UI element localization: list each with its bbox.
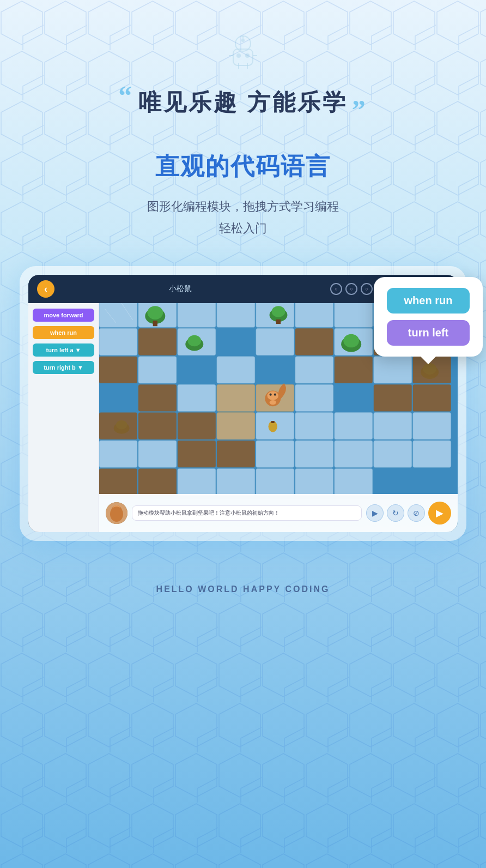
svg-rect-71 (295, 329, 333, 355)
dialog-bubble: 拖动模块帮助小松鼠拿到坚果吧！注意小松鼠的初始方向！ (132, 505, 362, 521)
svg-rect-78 (413, 384, 451, 411)
svg-rect-92 (271, 421, 275, 423)
svg-rect-84 (99, 469, 137, 496)
code-block-turn-right[interactable]: turn right b ▼ (33, 361, 94, 374)
svg-point-55 (147, 306, 163, 320)
svg-rect-52 (295, 469, 333, 496)
section-subtitle: 图形化编程模块，拖拽方式学习编程 轻松入门 (147, 196, 339, 239)
svg-rect-16 (178, 303, 216, 327)
svg-rect-35 (295, 384, 333, 411)
svg-rect-76 (138, 384, 177, 411)
action-btn-eye[interactable]: ⊘ (408, 504, 425, 522)
subtitle-line1: 图形化编程模块，拖拽方式学习编程 (147, 200, 339, 213)
robot-icon-area (221, 33, 265, 76)
svg-rect-32 (178, 384, 216, 411)
svg-rect-44 (256, 441, 294, 467)
svg-rect-48 (413, 441, 451, 467)
turn-left-block[interactable]: turn left (387, 320, 470, 346)
svg-rect-42 (99, 441, 137, 467)
svg-rect-74 (335, 357, 373, 383)
svg-rect-46 (335, 441, 373, 467)
code-panel: move forward when run turn left a ▼ turn… (28, 303, 99, 532)
svg-rect-47 (374, 441, 412, 467)
svg-rect-39 (335, 413, 373, 439)
svg-rect-83 (217, 441, 255, 467)
svg-point-63 (187, 335, 201, 347)
svg-rect-80 (138, 413, 177, 439)
svg-rect-17 (217, 303, 255, 327)
svg-rect-30 (295, 357, 333, 383)
svg-point-65 (343, 334, 359, 348)
svg-point-58 (272, 306, 285, 317)
action-btn-play[interactable]: ▶ (366, 504, 384, 522)
svg-rect-53 (335, 469, 373, 496)
avatar-svg (106, 502, 127, 524)
svg-rect-41 (413, 413, 451, 439)
tagline-text: 唯见乐趣 方能乐学 (138, 87, 348, 118)
svg-rect-59 (276, 320, 281, 324)
svg-rect-23 (99, 329, 137, 355)
tagline-section: “ 唯见乐趣 方能乐学 ” (118, 87, 368, 118)
svg-rect-14 (99, 303, 137, 327)
code-block-turn-left[interactable]: turn left a ▼ (33, 343, 94, 357)
svg-rect-29 (217, 357, 255, 383)
robot-icon (221, 33, 265, 76)
footer-text: HELLO WORLD HAPPY CODING (156, 584, 330, 594)
svg-rect-45 (295, 441, 333, 467)
when-run-block[interactable]: when run (387, 288, 470, 314)
svg-rect-73 (99, 357, 137, 383)
svg-point-90 (270, 400, 276, 405)
svg-rect-28 (138, 357, 177, 383)
app-title: 小松鼠 (37, 284, 324, 294)
svg-point-89 (274, 394, 276, 396)
section-heading: 直观的代码语言 (155, 150, 331, 183)
code-block-when-run[interactable]: when run (33, 326, 94, 339)
svg-rect-19 (295, 303, 333, 327)
action-btn-reset[interactable]: ↻ (387, 504, 404, 522)
svg-rect-20 (335, 303, 373, 327)
svg-rect-56 (153, 321, 157, 326)
code-block-move-forward[interactable]: move forward (33, 309, 94, 322)
svg-rect-70 (138, 329, 177, 355)
game-bottom-bar: 拖动模块帮助小松鼠拿到坚果吧！注意小松鼠的初始方向！ ▶ ↻ ⊘ ▶ (99, 494, 458, 532)
level-dot-3[interactable]: ○ (361, 283, 373, 295)
level-dot-2[interactable]: ○ (345, 283, 357, 295)
svg-point-88 (270, 394, 272, 396)
svg-rect-77 (374, 384, 412, 411)
svg-rect-31 (374, 357, 412, 383)
svg-point-87 (267, 391, 278, 400)
code-bubble: when run turn left (374, 277, 483, 357)
svg-rect-25 (256, 329, 294, 355)
action-buttons: ▶ ↻ ⊘ ▶ (366, 502, 451, 525)
svg-rect-33 (217, 384, 255, 411)
play-button[interactable]: ▶ (428, 502, 451, 525)
level-dot-1[interactable]: ○ (330, 283, 342, 295)
svg-rect-82 (178, 441, 216, 467)
subtitle-line2: 轻松入门 (219, 221, 267, 235)
svg-rect-79 (99, 413, 137, 439)
open-quote: “ (118, 82, 134, 109)
svg-rect-81 (178, 413, 216, 439)
close-quote: ” (352, 96, 368, 123)
svg-rect-50 (217, 469, 255, 496)
svg-rect-40 (374, 413, 412, 439)
screenshot-container: ‹ 小松鼠 ○ ○ ○ 4 ○ ○ ○ ○ (20, 266, 466, 541)
svg-rect-51 (256, 469, 294, 496)
svg-point-100 (110, 507, 123, 522)
svg-point-5 (236, 53, 241, 58)
character-avatar (106, 502, 127, 524)
svg-rect-85 (138, 469, 177, 496)
svg-rect-43 (138, 441, 177, 467)
svg-rect-36 (217, 413, 255, 439)
svg-rect-49 (178, 469, 216, 496)
svg-rect-38 (295, 413, 333, 439)
svg-point-6 (245, 53, 250, 58)
svg-point-11 (241, 39, 245, 42)
